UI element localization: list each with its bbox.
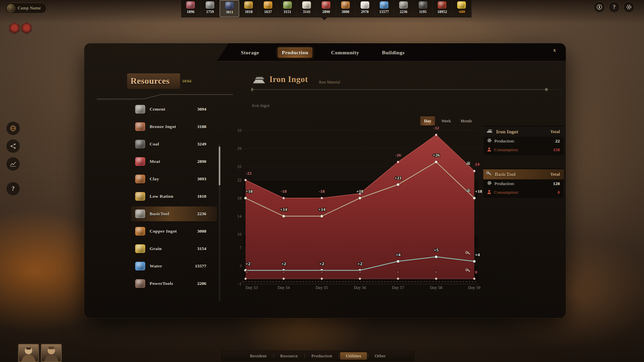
resource-row-meat[interactable]: Meat2890 xyxy=(131,154,217,169)
compass-icon[interactable] xyxy=(594,1,605,13)
sidebar-scrollbar-thumb[interactable] xyxy=(219,146,220,185)
resource-slot[interactable]: 15577 xyxy=(375,0,394,17)
data-label: -32 xyxy=(433,125,439,130)
data-point[interactable] xyxy=(321,197,323,199)
y-axis-tick: -1 xyxy=(238,282,241,286)
resource-value: 3008 xyxy=(197,229,206,234)
settings-icon[interactable] xyxy=(623,1,635,13)
bottom-tab-bar: Resident|Resource|Production|Utilities|O… xyxy=(221,351,414,361)
resource-row-copper-ingot[interactable]: Copper Ingot3008 xyxy=(131,224,217,239)
bottom-tab-resource[interactable]: Resource xyxy=(274,352,304,360)
resource-slot[interactable]: 3008 xyxy=(336,0,356,17)
resource-count: 2236 xyxy=(399,10,407,14)
data-point[interactable] xyxy=(359,197,361,199)
y-axis-tick: 33 xyxy=(237,128,242,133)
resource-slot[interactable]: 3141 xyxy=(297,0,317,17)
data-point[interactable] xyxy=(473,170,476,172)
resource-value: 3188 xyxy=(197,124,206,129)
resource-slot[interactable]: 2236 xyxy=(394,0,414,17)
data-point[interactable] xyxy=(473,260,476,263)
resource-slot[interactable]: 3011 xyxy=(220,0,239,17)
resource-row-low-ration[interactable]: Low Ration1018 xyxy=(131,189,217,204)
close-button[interactable]: x xyxy=(551,47,559,54)
resource-count: 15577 xyxy=(379,10,389,14)
resource-slot[interactable]: 2890 xyxy=(317,0,336,17)
data-point[interactable] xyxy=(397,183,399,186)
data-point[interactable] xyxy=(435,134,437,136)
data-point[interactable] xyxy=(435,161,437,163)
resource-name: Grain xyxy=(150,246,162,251)
resource-slot[interactable]: 2978 xyxy=(355,0,375,17)
resource-slot[interactable]: -680 xyxy=(452,0,472,17)
y-axis-tick: 25 xyxy=(237,164,242,169)
data-label: +18 xyxy=(356,189,363,194)
resource-row-clay[interactable]: Clay3093 xyxy=(131,172,217,186)
bottom-tab-other[interactable]: Other xyxy=(369,352,391,360)
x-axis-label: Day 55 xyxy=(316,285,328,290)
data-label: +26 xyxy=(433,153,440,158)
help-icon[interactable]: ? xyxy=(608,1,620,13)
data-point[interactable] xyxy=(397,161,399,163)
resource-value: 15577 xyxy=(195,263,206,269)
data-point[interactable] xyxy=(282,215,285,218)
resource-row-bronze-ingot[interactable]: Bronze Ingot3188 xyxy=(131,119,217,134)
stats-icon[interactable] xyxy=(6,157,20,171)
resource-count: 18952 xyxy=(437,10,447,14)
resource-value: 3154 xyxy=(197,246,206,251)
resource-slot[interactable]: 1896 xyxy=(181,0,201,17)
stat-row-value: 22 xyxy=(555,138,560,144)
stat-row-label: Production: xyxy=(494,138,515,144)
stat-row-production: Production:22 xyxy=(483,137,564,145)
resource-row-water[interactable]: Water15577 xyxy=(131,259,217,274)
resource-slot[interactable]: 1759 xyxy=(201,0,220,17)
tab-production[interactable]: Production xyxy=(278,48,312,58)
resource-slot[interactable]: 3151 xyxy=(278,0,297,17)
stat-row-label: Production: xyxy=(494,181,515,186)
camp-plaque[interactable]: Camp Name xyxy=(5,3,47,13)
bottom-tab-resident[interactable]: Resident xyxy=(244,352,272,360)
resource-row-grain[interactable]: Grain3154 xyxy=(131,241,217,256)
x-axis-label: Day 58 xyxy=(430,285,442,290)
data-point[interactable] xyxy=(435,255,437,258)
data-point[interactable] xyxy=(282,197,285,199)
chart-canvas[interactable]: 3329252218141073-1Day 53Day 54Day 55Day … xyxy=(235,114,490,297)
resource-slot[interactable]: 1195 xyxy=(413,0,433,17)
tab-storage[interactable]: Storage xyxy=(237,48,263,58)
data-point[interactable] xyxy=(245,179,247,181)
resource-row-basictool[interactable]: BasicTool2236 xyxy=(131,206,217,221)
resource-count: 3141 xyxy=(303,10,311,14)
tab-separator: | xyxy=(368,354,368,359)
production-chart[interactable]: 3329252218141073-1Day 53Day 54Day 55Day … xyxy=(235,114,490,297)
globe-icon[interactable] xyxy=(6,121,20,135)
tab-separator: | xyxy=(304,354,305,359)
resource-value: 2236 xyxy=(197,211,206,217)
resource-row-coal[interactable]: Coal3249 xyxy=(131,137,217,152)
data-point[interactable] xyxy=(320,215,323,218)
data-point[interactable] xyxy=(244,197,247,199)
herb-icon xyxy=(283,1,292,9)
resource-slot[interactable]: 1637 xyxy=(259,0,278,17)
water-icon xyxy=(380,1,388,9)
help-icon[interactable]: ? xyxy=(6,182,20,196)
resource-row-powertools[interactable]: PowerTools2206 xyxy=(131,276,217,291)
tab-buildings[interactable]: Buildings xyxy=(378,48,409,58)
tab-community[interactable]: Community xyxy=(327,48,363,58)
stat-card-iron-ingot: Iron IngotTotalProduction:22Consumption:… xyxy=(483,125,564,156)
resident-avatar[interactable] xyxy=(41,344,62,362)
bottom-tab-production[interactable]: Production xyxy=(306,352,338,360)
top-bar-pointer xyxy=(321,17,327,20)
camp-emblem-icon xyxy=(7,4,15,12)
data-point[interactable] xyxy=(397,260,399,263)
resource-slot[interactable]: 1018 xyxy=(239,0,259,17)
data-label: +18 xyxy=(246,189,253,194)
resource-slot[interactable]: 18952 xyxy=(433,0,452,17)
resource-count: 1759 xyxy=(206,10,214,14)
resident-avatar[interactable] xyxy=(18,344,39,362)
data-point[interactable] xyxy=(473,197,476,199)
data-label: 0 xyxy=(359,269,361,275)
resource-row-cement[interactable]: Cement3094 xyxy=(131,102,217,117)
share-icon[interactable] xyxy=(6,139,20,153)
copper-ingot-icon xyxy=(135,227,145,236)
person-icon xyxy=(487,147,492,153)
bottom-tab-utilities[interactable]: Utilities xyxy=(340,352,367,360)
